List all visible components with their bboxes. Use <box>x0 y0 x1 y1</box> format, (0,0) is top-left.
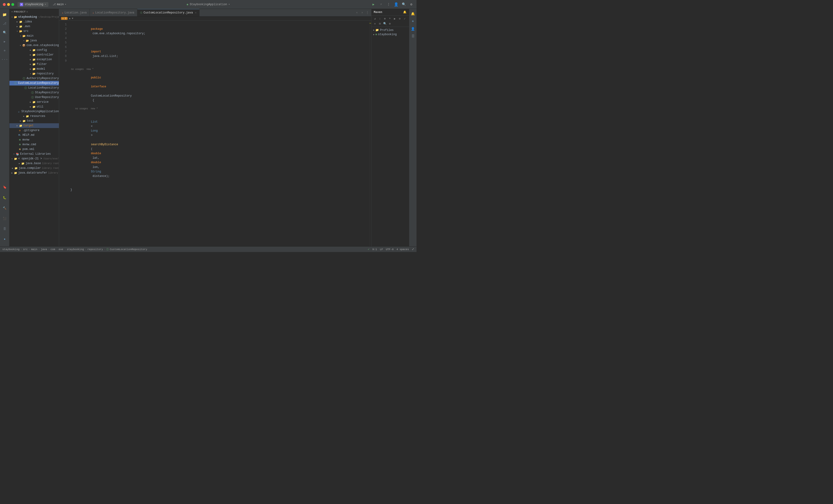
tree-item-java-datatransfer[interactable]: ▶ 📁 java.datatransfer library root <box>9 171 59 175</box>
tab-close-icon[interactable]: ✕ <box>195 11 196 14</box>
maven-add-icon[interactable]: + <box>388 17 392 21</box>
warnings-down-icon[interactable]: ▼ <box>72 17 73 20</box>
breadcrumb-eve[interactable]: eve <box>58 248 63 251</box>
activity-build-icon[interactable]: 🔨 <box>1 204 8 212</box>
tree-item-model[interactable]: ▶ 📁 model <box>9 67 59 71</box>
maven-settings-icon[interactable]: ⚙ <box>388 22 392 26</box>
status-position[interactable]: 9:1 <box>372 248 377 251</box>
maven-sources-icon[interactable]: ⊕ <box>383 17 387 21</box>
tree-item-mvnwcmd[interactable]: m mvnw.cmd <box>9 142 59 147</box>
tree-item-java-base[interactable]: ▶ 📁 java.base library root <box>9 161 59 166</box>
maximize-button[interactable] <box>11 3 14 6</box>
project-dropdown-icon[interactable]: ▾ <box>45 3 46 6</box>
warnings-up-icon[interactable]: ▲ <box>69 17 70 20</box>
breadcrumb-java[interactable]: java <box>41 248 47 251</box>
run-button[interactable]: ▶ <box>371 2 376 7</box>
tab-nav-prev[interactable]: ‹ <box>355 10 359 15</box>
maven-search-icon[interactable]: 🔍 <box>383 22 387 26</box>
activity-terminal-icon[interactable]: ⬛ <box>1 215 8 222</box>
maven-download-icon[interactable]: ↓ <box>378 17 382 21</box>
tree-item-filter[interactable]: ▶ 📁 filter <box>9 62 59 67</box>
status-encoding[interactable]: UTF-8 <box>386 248 394 251</box>
activity-git-icon[interactable]: ⊕ <box>1 47 8 54</box>
tree-item-location-repo[interactable]: Ⓘ LocationRepository <box>9 85 59 90</box>
tab-nav-next[interactable]: › <box>360 10 364 15</box>
activity-database-icon[interactable]: 🗄 <box>1 225 8 233</box>
tree-item-util[interactable]: ▶ 📁 util <box>9 104 59 109</box>
tree-item-idea[interactable]: ▶ 📁 .idea <box>9 19 59 24</box>
code-editor[interactable]: package com.eve.staybooking.repository; … <box>68 21 369 246</box>
breadcrumb-main[interactable]: main <box>31 248 37 251</box>
tab-location-repo[interactable]: ☕ LocationRepository.java <box>90 9 138 16</box>
sidebar-more-icon[interactable]: ⚙ <box>26 10 28 13</box>
tree-item-stay-repo[interactable]: Ⓘ StayRepository <box>9 90 59 95</box>
branch-dropdown-icon[interactable]: ▾ <box>65 3 66 6</box>
tree-item-external-libs[interactable]: ▾ 📚 External Libraries <box>9 152 59 156</box>
maven-collapse-icon[interactable]: ⊟ <box>378 22 382 26</box>
user-icon[interactable]: 👤 <box>394 2 399 7</box>
maven-skip-icon[interactable]: ⊘ <box>398 17 402 21</box>
close-button[interactable] <box>3 3 6 6</box>
branch-selector[interactable]: ⎇ main ▾ <box>51 2 68 7</box>
status-line-ending[interactable]: LF <box>380 248 383 251</box>
tree-item-authority-repo[interactable]: Ⓘ AuthorityRepository <box>9 76 59 81</box>
maven-header-icon[interactable]: 🔔 <box>403 10 407 14</box>
tree-item-main[interactable]: ▾ 📂 main <box>9 33 59 38</box>
tree-item-user-repo[interactable]: Ⓘ UserRepository <box>9 95 59 100</box>
activity-debug-icon[interactable]: 🐛 <box>1 194 8 201</box>
maven-test-icon[interactable]: ✓ <box>403 17 407 21</box>
tree-item-staybooking-app[interactable]: ☕ StaybookingApplication <box>9 109 59 114</box>
breadcrumb-repository[interactable]: repository <box>88 248 103 251</box>
tree-item-src[interactable]: ▾ 📂 src <box>9 29 59 33</box>
tree-item-pomxml[interactable]: m pom.xml <box>9 147 59 152</box>
right-panel-icon[interactable]: 👤 <box>410 26 416 32</box>
activity-run-icon[interactable]: ▶ <box>1 38 8 45</box>
tree-item-target[interactable]: ▶ 📁 target <box>9 123 59 128</box>
tree-item-gitignore[interactable]: ⊙ .gitignore <box>9 128 59 133</box>
tree-item-repository[interactable]: ▾ 📂 repository <box>9 71 59 76</box>
tree-item-openjdk[interactable]: ▾ 📁 < openjdk-21 > /Users/eve/Library/Ja… <box>9 156 59 161</box>
editor-content[interactable]: 1 2 3 4 5 6 7 8 9 package com.eve.staybo… <box>59 21 369 246</box>
tree-item-config[interactable]: ▶ 📁 config <box>9 48 59 52</box>
activity-folder-icon[interactable]: 📁 <box>1 11 8 19</box>
status-indentation[interactable]: 4 spaces <box>397 248 409 251</box>
status-expand-icon[interactable]: ⤢ <box>412 248 414 251</box>
profiler-icon[interactable]: ⚡ <box>379 2 383 7</box>
maven-run-icon[interactable]: ▶ <box>392 17 397 21</box>
maven-cancel-icon[interactable]: ✕ <box>373 22 377 26</box>
tree-item-service[interactable]: ▶ 📁 service <box>9 100 59 104</box>
minimize-button[interactable] <box>7 3 10 6</box>
activity-vcs-icon[interactable]: ⎇ <box>1 20 8 27</box>
tree-item-resources[interactable]: ▶ 📁 resources <box>9 114 59 119</box>
tree-item-java-compiler[interactable]: ▶ 📁 java.compiler library root <box>9 166 59 171</box>
tab-custom-location-repo[interactable]: Ⓘ CustomLocationRepository.java ✕ <box>137 9 199 16</box>
breadcrumb-staybooking[interactable]: staybooking <box>2 248 20 251</box>
tree-item-com-eve-staybooking[interactable]: ▾ 📦 com.eve.staybooking <box>9 43 59 48</box>
tab-nav-menu[interactable]: ⋮ <box>365 10 370 15</box>
maven-refresh-icon[interactable]: ↺ <box>373 17 377 21</box>
app-dropdown-icon[interactable]: ▾ <box>229 3 230 6</box>
breadcrumb-com[interactable]: com <box>51 248 55 251</box>
notifications-icon[interactable]: 🔔 <box>410 11 416 17</box>
search-icon[interactable]: 🔍 <box>401 2 406 7</box>
tree-item-custom-location-repo[interactable]: Ⓘ CustomLocationRepository <box>9 81 59 85</box>
breadcrumb-src[interactable]: src <box>23 248 28 251</box>
project-selector[interactable]: s staybooking ▾ <box>18 2 48 7</box>
tree-item-test[interactable]: ▶ 📁 test <box>9 119 59 123</box>
settings-icon[interactable]: ⚙ <box>409 2 414 7</box>
breadcrumb-custom-location[interactable]: CustomLocationRepository <box>110 248 147 251</box>
more-options-icon[interactable]: ⋮ <box>386 2 391 7</box>
breadcrumb-staybooking2[interactable]: staybooking <box>67 248 84 251</box>
maven-panel-toggle[interactable]: m <box>410 19 416 24</box>
activity-more-icon[interactable]: ··· <box>1 56 8 63</box>
maven-item-staybooking[interactable]: ▶ m staybooking <box>371 32 409 36</box>
tab-location[interactable]: ☕ Location.java <box>59 9 90 16</box>
tree-item-mvnw[interactable]: m mvnw <box>9 137 59 142</box>
tree-item-staybooking[interactable]: ▾ 📂 staybooking ~/Desktop/Projects/StayB… <box>9 15 59 19</box>
tree-item-mvn[interactable]: ▶ 📁 .mvn <box>9 24 59 29</box>
activity-bookmarks-icon[interactable]: 🔖 <box>1 183 8 191</box>
database-icon[interactable]: 🗄 <box>410 33 416 39</box>
tree-item-helpmd[interactable]: M↓ HELP.md <box>9 133 59 137</box>
activity-find-icon[interactable]: 🔍 <box>1 29 8 36</box>
tree-item-java[interactable]: ▾ 📂 java <box>9 38 59 43</box>
